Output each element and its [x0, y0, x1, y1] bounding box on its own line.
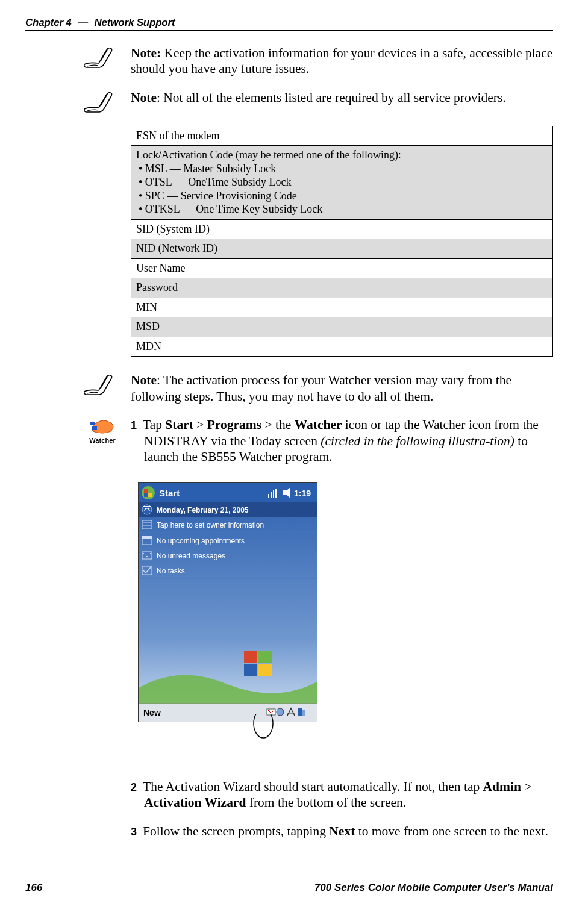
pda-today-screen: Start 1:19 Monday, February 21, 2005 — [138, 482, 317, 722]
step-2: 2The Activation Wizard should start auto… — [131, 779, 553, 810]
lock-list: • MSL — Master Subsidy Lock • OTSL — One… — [136, 162, 548, 216]
note-block-1: Note: Keep the activation information fo… — [131, 45, 553, 77]
step-number: 2 — [131, 781, 143, 795]
programs-ref: Programs — [207, 417, 261, 432]
header-dash: — — [78, 17, 88, 28]
table-row: MIN — [131, 298, 553, 317]
chapter-number: Chapter 4 — [25, 17, 72, 28]
cell-lock-code: Lock/Activation Code (may be termed one … — [131, 146, 553, 220]
svg-rect-31 — [244, 651, 257, 663]
list-item: • OTSL — OneTime Subsidy Lock — [139, 175, 548, 189]
writing-hand-icon — [83, 91, 114, 115]
chapter-title: Network Support — [94, 17, 175, 28]
svg-rect-12 — [268, 494, 269, 498]
note-label: Note — [131, 90, 157, 105]
svg-rect-8 — [144, 489, 148, 493]
svg-rect-18 — [143, 506, 151, 507]
note-label: Note: — [131, 46, 161, 60]
table-row: Password — [131, 278, 553, 298]
cell-password: Password — [131, 278, 553, 298]
writing-hand-icon — [83, 46, 114, 70]
svg-rect-32 — [258, 651, 272, 663]
note-2-text: Note: Not all of the elements listed are… — [131, 90, 553, 105]
svg-rect-3 — [90, 422, 95, 425]
note-block-2: Note: Not all of the elements listed are… — [131, 90, 553, 114]
activation-info-table: ESN of the modem Lock/Activation Code (m… — [131, 126, 553, 357]
svg-rect-14 — [273, 490, 274, 498]
svg-rect-13 — [271, 492, 272, 498]
pda-date: Monday, February 21, 2005 — [157, 506, 249, 514]
table-row: NID (Network ID) — [131, 239, 553, 259]
cell-sid: SID (System ID) — [131, 219, 553, 239]
step-number: 1 — [131, 419, 143, 433]
svg-rect-4 — [92, 426, 97, 430]
cell-nid: NID (Network ID) — [131, 239, 553, 259]
note-2-body: : Not all of the elements listed are req… — [157, 90, 506, 105]
lock-head: Lock/Activation Code (may be termed one … — [136, 148, 548, 162]
note-1-text: Note: Keep the activation information fo… — [131, 45, 553, 77]
header-rule — [25, 30, 553, 31]
note-3-body: : The activation process for your Watche… — [131, 373, 511, 403]
running-header: Chapter 4 — Network Support — [25, 17, 553, 29]
table-row: Lock/Activation Code (may be termed one … — [131, 146, 553, 220]
page-number: 166 — [25, 882, 42, 894]
note-1-body: Keep the activation information for your… — [131, 46, 552, 76]
watcher-blob-icon — [90, 419, 114, 435]
svg-rect-35 — [139, 704, 317, 722]
svg-point-38 — [277, 708, 284, 716]
cell-username: User Name — [131, 258, 553, 278]
watcher-app-icon: Watcher — [86, 419, 119, 444]
next-ref: Next — [329, 824, 355, 838]
pda-new-button: New — [143, 708, 161, 717]
admin-ref: Admin — [483, 779, 521, 794]
pda-msgs-row: No unread messages — [157, 552, 225, 560]
svg-rect-40 — [298, 708, 302, 716]
start-menu-ref: Start — [165, 417, 193, 432]
pda-appts-row: No upcoming appointments — [157, 537, 245, 545]
svg-line-1 — [101, 94, 107, 105]
table-row: MSD — [131, 317, 553, 337]
page-footer: 166 700 Series Color Mobile Computer Use… — [25, 879, 553, 894]
list-item: • OTKSL — One Time Key Subsidy Lock — [139, 202, 548, 216]
list-item: • SPC — Service Provisioning Code — [139, 189, 548, 203]
table-row: ESN of the modem — [131, 126, 553, 146]
watcher-ref: Watcher — [295, 417, 342, 432]
writing-hand-icon — [83, 373, 114, 398]
table-row: User Name — [131, 258, 553, 278]
footer-rule — [25, 879, 553, 879]
svg-rect-15 — [275, 489, 277, 498]
activation-wizard-ref: Activation Wizard — [144, 795, 246, 810]
step-1-block: Watcher 1Tap Start > Programs > the Watc… — [131, 417, 553, 464]
svg-rect-34 — [258, 664, 272, 676]
cell-min: MIN — [131, 298, 553, 317]
table-row: MDN — [131, 337, 553, 357]
svg-rect-11 — [148, 493, 152, 497]
step-3: 3Follow the screen prompts, tapping Next… — [131, 823, 553, 839]
pda-owner-row: Tap here to set owner information — [157, 521, 264, 529]
list-item: • MSL — Master Subsidy Lock — [139, 162, 548, 176]
pda-tasks-row: No tasks — [157, 567, 185, 575]
note-label: Note — [131, 373, 157, 387]
step-1: 1Tap Start > Programs > the Watcher icon… — [131, 417, 553, 464]
cell-esn: ESN of the modem — [131, 126, 553, 146]
pda-screenshot: Start 1:19 Monday, February 21, 2005 — [138, 482, 553, 750]
note-block-3: Note: The activation process for your Wa… — [131, 372, 553, 404]
svg-rect-10 — [144, 493, 148, 497]
pda-start-label: Start — [159, 488, 180, 498]
svg-rect-41 — [302, 710, 305, 716]
cell-msd: MSD — [131, 317, 553, 337]
svg-rect-25 — [142, 536, 152, 539]
pda-clock: 1:19 — [294, 489, 311, 498]
svg-rect-9 — [148, 489, 152, 493]
table-row: SID (System ID) — [131, 219, 553, 239]
svg-line-0 — [101, 49, 107, 61]
svg-line-2 — [101, 376, 107, 388]
svg-rect-33 — [244, 664, 257, 676]
watcher-icon-label: Watcher — [86, 437, 119, 444]
manual-title: 700 Series Color Mobile Computer User's … — [314, 882, 553, 894]
cell-mdn: MDN — [131, 337, 553, 357]
step-number: 3 — [131, 826, 143, 839]
illustration-ref: (circled in the following illustra-tion) — [321, 434, 514, 448]
note-3-text: Note: The activation process for your Wa… — [131, 372, 553, 404]
